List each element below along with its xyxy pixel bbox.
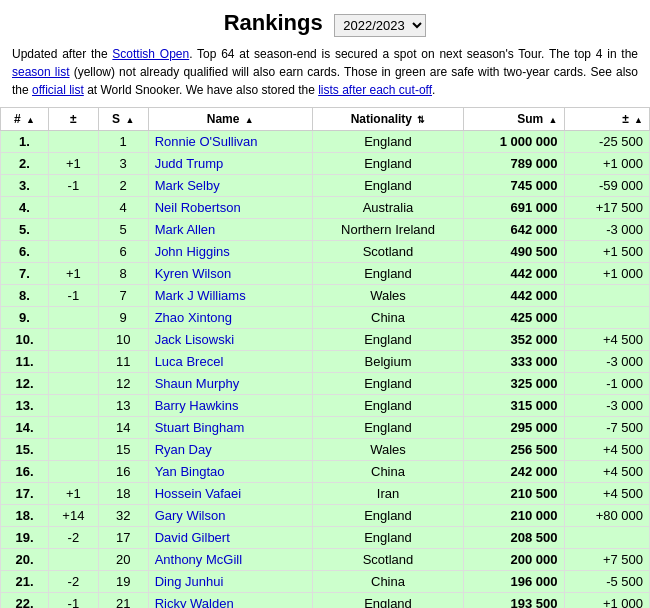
info-part4: at World Snooker. We have also stored th… <box>84 83 318 97</box>
info-part5: . <box>432 83 435 97</box>
cell-name[interactable]: Yan Bingtao <box>148 461 312 483</box>
player-link[interactable]: John Higgins <box>155 244 230 259</box>
player-link[interactable]: Stuart Bingham <box>155 420 245 435</box>
cell-name[interactable]: Shaun Murphy <box>148 373 312 395</box>
col-header-sum[interactable]: Sum ▲ <box>464 108 564 131</box>
table-row: 10. 10 Jack Lisowski England 352 000 +4 … <box>1 329 650 351</box>
player-link[interactable]: Mark Selby <box>155 178 220 193</box>
cell-nationality: England <box>312 417 463 439</box>
cell-name[interactable]: Ding Junhui <box>148 571 312 593</box>
player-link[interactable]: Mark J Williams <box>155 288 246 303</box>
cell-s: 5 <box>98 219 148 241</box>
table-row: 19. -2 17 David Gilbert England 208 500 <box>1 527 650 549</box>
cell-pm: -2 <box>49 527 99 549</box>
cell-name[interactable]: David Gilbert <box>148 527 312 549</box>
cell-nationality: Scotland <box>312 241 463 263</box>
cell-name[interactable]: Mark Selby <box>148 175 312 197</box>
player-link[interactable]: Ryan Day <box>155 442 212 457</box>
player-link[interactable]: Luca Brecel <box>155 354 224 369</box>
cell-name[interactable]: Ricky Walden <box>148 593 312 609</box>
cell-diff: +4 500 <box>564 439 650 461</box>
cell-nationality: England <box>312 131 463 153</box>
cell-sum: 315 000 <box>464 395 564 417</box>
cell-name[interactable]: Judd Trump <box>148 153 312 175</box>
col-header-s[interactable]: S ▲ <box>98 108 148 131</box>
scottish-open-link[interactable]: Scottish Open <box>112 47 189 61</box>
player-link[interactable]: Jack Lisowski <box>155 332 234 347</box>
cell-name[interactable]: Gary Wilson <box>148 505 312 527</box>
cell-sum: 208 500 <box>464 527 564 549</box>
player-link[interactable]: Mark Allen <box>155 222 216 237</box>
cell-rank: 4. <box>1 197 49 219</box>
cell-name[interactable]: Anthony McGill <box>148 549 312 571</box>
player-link[interactable]: Ronnie O'Sullivan <box>155 134 258 149</box>
player-link[interactable]: Gary Wilson <box>155 508 226 523</box>
player-link[interactable]: Judd Trump <box>155 156 224 171</box>
cell-name[interactable]: Jack Lisowski <box>148 329 312 351</box>
col-header-name[interactable]: Name ▲ <box>148 108 312 131</box>
cell-name[interactable]: Mark J Williams <box>148 285 312 307</box>
player-link[interactable]: Ricky Walden <box>155 596 234 608</box>
cell-s: 15 <box>98 439 148 461</box>
cell-name[interactable]: Neil Robertson <box>148 197 312 219</box>
cell-name[interactable]: John Higgins <box>148 241 312 263</box>
player-link[interactable]: Shaun Murphy <box>155 376 240 391</box>
cell-name[interactable]: Mark Allen <box>148 219 312 241</box>
cell-pm <box>49 241 99 263</box>
cell-pm: +1 <box>49 483 99 505</box>
cell-diff: -3 000 <box>564 219 650 241</box>
lists-link[interactable]: lists after each cut-off <box>318 83 432 97</box>
player-link[interactable]: Yan Bingtao <box>155 464 225 479</box>
player-link[interactable]: Anthony McGill <box>155 552 242 567</box>
cell-name[interactable]: Luca Brecel <box>148 351 312 373</box>
col-header-rank[interactable]: # ▲ <box>1 108 49 131</box>
cell-sum: 295 000 <box>464 417 564 439</box>
cell-pm <box>49 461 99 483</box>
season-list-link[interactable]: season list <box>12 65 70 79</box>
cell-s: 7 <box>98 285 148 307</box>
season-select[interactable]: 2022/2023 2021/2022 2020/2021 <box>334 14 426 37</box>
player-link[interactable]: Zhao Xintong <box>155 310 232 325</box>
cell-rank: 9. <box>1 307 49 329</box>
cell-name[interactable]: Barry Hawkins <box>148 395 312 417</box>
cell-diff: +80 000 <box>564 505 650 527</box>
cell-name[interactable]: Hossein Vafaei <box>148 483 312 505</box>
col-header-nationality[interactable]: Nationality ⇅ <box>312 108 463 131</box>
rankings-table: # ▲ ± S ▲ Name ▲ Nationality ⇅ Sum ▲ ± ▲… <box>0 107 650 608</box>
cell-s: 9 <box>98 307 148 329</box>
cell-name[interactable]: Kyren Wilson <box>148 263 312 285</box>
cell-pm <box>49 395 99 417</box>
player-link[interactable]: Barry Hawkins <box>155 398 239 413</box>
cell-name[interactable]: Ronnie O'Sullivan <box>148 131 312 153</box>
cell-name[interactable]: Ryan Day <box>148 439 312 461</box>
cell-rank: 7. <box>1 263 49 285</box>
cell-pm <box>49 351 99 373</box>
cell-diff: -5 500 <box>564 571 650 593</box>
player-link[interactable]: Neil Robertson <box>155 200 241 215</box>
cell-s: 20 <box>98 549 148 571</box>
cell-s: 18 <box>98 483 148 505</box>
table-row: 13. 13 Barry Hawkins England 315 000 -3 … <box>1 395 650 417</box>
player-link[interactable]: Hossein Vafaei <box>155 486 241 501</box>
cell-sum: 256 500 <box>464 439 564 461</box>
table-row: 4. 4 Neil Robertson Australia 691 000 +1… <box>1 197 650 219</box>
player-link[interactable]: Ding Junhui <box>155 574 224 589</box>
player-link[interactable]: Kyren Wilson <box>155 266 232 281</box>
cell-diff <box>564 527 650 549</box>
cell-nationality: England <box>312 527 463 549</box>
official-list-link[interactable]: official list <box>32 83 84 97</box>
cell-pm: -1 <box>49 593 99 609</box>
cell-name[interactable]: Zhao Xintong <box>148 307 312 329</box>
cell-sum: 442 000 <box>464 285 564 307</box>
col-header-diff[interactable]: ± ▲ <box>564 108 650 131</box>
player-link[interactable]: David Gilbert <box>155 530 230 545</box>
cell-sum: 789 000 <box>464 153 564 175</box>
cell-pm <box>49 131 99 153</box>
table-row: 21. -2 19 Ding Junhui China 196 000 -5 5… <box>1 571 650 593</box>
cell-name[interactable]: Stuart Bingham <box>148 417 312 439</box>
cell-pm <box>49 329 99 351</box>
table-row: 17. +1 18 Hossein Vafaei Iran 210 500 +4… <box>1 483 650 505</box>
cell-nationality: Wales <box>312 439 463 461</box>
table-header-row: # ▲ ± S ▲ Name ▲ Nationality ⇅ Sum ▲ ± ▲ <box>1 108 650 131</box>
cell-nationality: Belgium <box>312 351 463 373</box>
